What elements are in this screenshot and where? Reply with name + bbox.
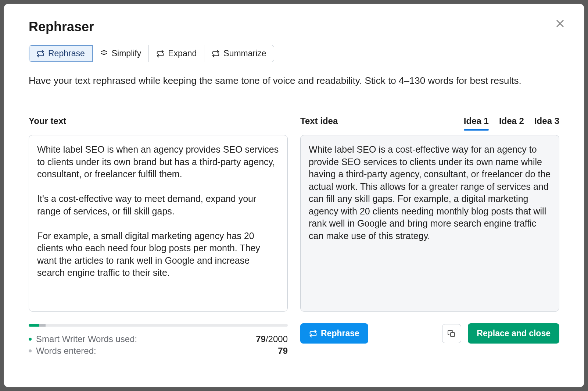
word-usage-bar [29, 324, 288, 327]
legend-dot-grey [29, 349, 32, 352]
simplify-icon [100, 50, 108, 58]
rephraser-modal: Rephraser Rephrase Simplify Expand Summa… [4, 4, 584, 387]
copy-button[interactable] [442, 324, 461, 343]
tab-label: Rephrase [48, 49, 85, 58]
input-label: Your text [29, 116, 66, 126]
rephrase-icon [36, 50, 44, 58]
idea-tab-3[interactable]: Idea 3 [534, 116, 559, 130]
tab-expand[interactable]: Expand [149, 45, 204, 62]
copy-icon [447, 329, 456, 338]
tab-label: Expand [168, 49, 197, 58]
rephrase-button[interactable]: Rephrase [300, 323, 368, 344]
button-label: Replace and close [477, 328, 551, 338]
close-icon [555, 18, 565, 29]
stat-value: 79/2000 [256, 334, 288, 344]
stat-value: 79 [278, 346, 288, 356]
summarize-icon [212, 50, 220, 58]
tab-simplify[interactable]: Simplify [93, 45, 149, 62]
idea-tab-1[interactable]: Idea 1 [464, 116, 489, 130]
stat-row-smart-writer: Smart Writer Words used: 79/2000 [29, 333, 288, 345]
stat-row-words-entered: Words entered: 79 [29, 345, 288, 357]
mode-description: Have your text rephrased while keeping t… [29, 74, 559, 87]
modal-title: Rephraser [29, 19, 559, 35]
tab-label: Summarize [223, 49, 266, 58]
expand-icon [156, 50, 164, 58]
replace-and-close-button[interactable]: Replace and close [468, 323, 559, 344]
smart-writer-segment [29, 324, 39, 327]
svg-rect-2 [451, 333, 455, 337]
button-label: Rephrase [321, 328, 359, 338]
tab-rephrase[interactable]: Rephrase [29, 45, 93, 62]
word-stats: Smart Writer Words used: 79/2000 Words e… [29, 333, 288, 357]
mode-tab-bar: Rephrase Simplify Expand Summarize [29, 45, 274, 62]
output-textbox: White label SEO is a cost-effective way … [300, 135, 559, 312]
input-textarea[interactable]: White label SEO is when an agency provid… [29, 135, 288, 312]
idea-tabs: Idea 1 Idea 2 Idea 3 [464, 116, 559, 130]
legend-dot-green [29, 338, 32, 341]
output-label: Text idea [300, 116, 338, 126]
tab-summarize[interactable]: Summarize [204, 45, 273, 62]
tab-label: Simplify [112, 49, 141, 58]
stat-label: Smart Writer Words used: [36, 334, 137, 344]
output-column: Text idea Idea 1 Idea 2 Idea 3 White lab… [300, 116, 559, 357]
close-button[interactable] [553, 17, 567, 30]
input-column: Your text White label SEO is when an age… [29, 116, 288, 357]
stat-label: Words entered: [36, 346, 96, 356]
rephrase-icon [309, 330, 317, 338]
idea-tab-2[interactable]: Idea 2 [499, 116, 524, 130]
